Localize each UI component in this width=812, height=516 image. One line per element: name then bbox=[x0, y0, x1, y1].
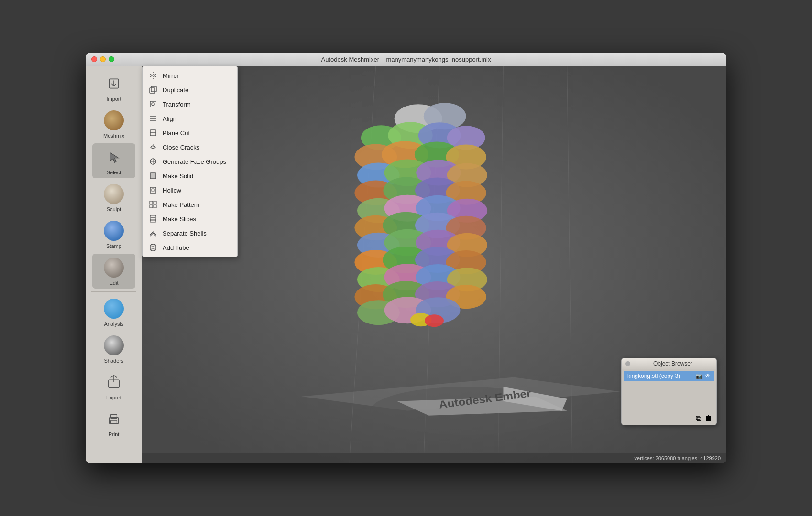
sidebar-item-meshmix-label: Meshmix bbox=[103, 133, 124, 139]
menu-item-transform[interactable]: Transform bbox=[143, 97, 237, 111]
stamp-icon bbox=[103, 220, 125, 242]
svg-rect-21 bbox=[152, 189, 154, 192]
status-text: vertices: 2065080 triangles: 4129920 bbox=[635, 455, 721, 461]
camera-icon: 📷 bbox=[696, 373, 703, 379]
svg-rect-9 bbox=[150, 88, 155, 93]
close-cracks-icon bbox=[148, 142, 158, 152]
sidebar-item-edit-label: Edit bbox=[110, 280, 119, 286]
svg-point-29 bbox=[151, 244, 155, 246]
object-browser-item-icons: 📷 👁 bbox=[696, 373, 711, 379]
sidebar-item-select-label: Select bbox=[107, 170, 121, 175]
object-browser-empty-area bbox=[622, 383, 716, 412]
application-window: Autodesk Meshmixer – manymanymanykongs_n… bbox=[86, 53, 726, 463]
svg-point-30 bbox=[151, 249, 155, 251]
align-icon bbox=[148, 114, 158, 123]
make-solid-icon bbox=[148, 171, 158, 181]
object-browser: Object Browser kingkong.stl (copy 3) 📷 👁… bbox=[621, 358, 717, 425]
shaders-icon bbox=[103, 334, 125, 356]
menu-item-make-pattern[interactable]: Make Pattern bbox=[143, 197, 237, 212]
svg-rect-22 bbox=[150, 201, 153, 204]
duplicate-icon bbox=[148, 85, 158, 95]
sidebar-item-import[interactable]: Import bbox=[92, 70, 135, 105]
eye-icon: 👁 bbox=[705, 373, 711, 379]
menu-item-make-slices-label: Make Slices bbox=[163, 215, 196, 223]
menu-item-separate-shells-label: Separate Shells bbox=[163, 230, 207, 237]
menu-item-mirror[interactable]: Mirror bbox=[143, 68, 237, 83]
object-browser-content: kingkong.stl (copy 3) 📷 👁 bbox=[622, 369, 716, 383]
menu-item-generate-face-groups-label: Generate Face Groups bbox=[163, 158, 226, 165]
sidebar-item-analysis[interactable]: Analysis bbox=[92, 295, 135, 330]
sidebar-item-stamp[interactable]: Stamp bbox=[92, 217, 135, 252]
generate-face-groups-icon bbox=[148, 157, 158, 166]
maximize-button[interactable] bbox=[109, 56, 114, 62]
menu-item-align[interactable]: Align bbox=[143, 111, 237, 126]
make-slices-icon bbox=[148, 214, 158, 224]
object-browser-item-name: kingkong.stl (copy 3) bbox=[627, 373, 680, 379]
minimize-button[interactable] bbox=[100, 56, 106, 62]
svg-rect-26 bbox=[150, 215, 156, 217]
sidebar: Import Meshmix Select bbox=[86, 66, 142, 463]
close-button[interactable] bbox=[91, 56, 97, 62]
menu-item-plane-cut[interactable]: Plane Cut bbox=[143, 126, 237, 140]
sidebar-item-print[interactable]: Print bbox=[92, 405, 135, 440]
menu-item-make-pattern-label: Make Pattern bbox=[163, 201, 199, 208]
svg-rect-10 bbox=[151, 86, 156, 92]
svg-rect-25 bbox=[154, 205, 156, 208]
menu-item-plane-cut-label: Plane Cut bbox=[163, 129, 190, 137]
sidebar-divider bbox=[91, 291, 136, 292]
titlebar: Autodesk Meshmixer – manymanymanykongs_n… bbox=[86, 53, 726, 66]
menu-item-close-cracks[interactable]: Close Cracks bbox=[143, 140, 237, 154]
transform-icon bbox=[148, 99, 158, 109]
svg-rect-20 bbox=[150, 187, 156, 193]
menu-item-add-tube[interactable]: Add Tube bbox=[143, 240, 237, 255]
sculpt-icon bbox=[103, 183, 125, 205]
menu-item-hollow-label: Hollow bbox=[163, 187, 181, 194]
menu-item-separate-shells[interactable]: Separate Shells bbox=[143, 226, 237, 240]
menu-item-duplicate[interactable]: Duplicate bbox=[143, 83, 237, 97]
edit-menu: Mirror Duplicate bbox=[142, 66, 238, 257]
menu-item-align-label: Align bbox=[163, 115, 176, 122]
sidebar-item-sculpt-label: Sculpt bbox=[107, 206, 121, 212]
menu-item-close-cracks-label: Close Cracks bbox=[163, 144, 199, 151]
menu-item-mirror-label: Mirror bbox=[163, 72, 179, 79]
select-icon bbox=[103, 146, 125, 168]
object-browser-close[interactable] bbox=[625, 361, 630, 366]
main-content: Import Meshmix Select bbox=[86, 66, 726, 463]
menu-item-hollow[interactable]: Hollow bbox=[143, 183, 237, 197]
svg-rect-7 bbox=[111, 420, 117, 423]
svg-point-11 bbox=[152, 103, 154, 106]
menu-item-transform-label: Transform bbox=[163, 101, 191, 108]
svg-rect-28 bbox=[150, 220, 156, 222]
object-browser-titlebar: Object Browser bbox=[622, 358, 716, 369]
duplicate-object-icon[interactable]: ⧉ bbox=[696, 414, 701, 423]
svg-marker-2 bbox=[110, 152, 119, 162]
import-icon bbox=[103, 73, 125, 95]
sidebar-item-import-label: Import bbox=[106, 96, 121, 102]
menu-item-duplicate-label: Duplicate bbox=[163, 86, 188, 94]
svg-rect-27 bbox=[150, 218, 156, 220]
status-bar: vertices: 2065080 triangles: 4129920 bbox=[142, 453, 726, 463]
sidebar-item-export[interactable]: Export bbox=[92, 368, 135, 403]
sidebar-item-edit[interactable]: Edit bbox=[92, 254, 135, 289]
traffic-lights bbox=[91, 56, 114, 62]
menu-item-make-solid-label: Make Solid bbox=[163, 172, 193, 180]
print-icon bbox=[103, 408, 125, 430]
sidebar-item-print-label: Print bbox=[109, 431, 120, 437]
svg-rect-23 bbox=[154, 201, 156, 204]
sidebar-item-sculpt[interactable]: Sculpt bbox=[92, 180, 135, 215]
menu-item-make-slices[interactable]: Make Slices bbox=[143, 212, 237, 226]
sidebar-item-select[interactable]: Select bbox=[92, 143, 135, 178]
svg-rect-24 bbox=[150, 205, 153, 208]
svg-point-89 bbox=[425, 314, 444, 327]
sidebar-item-meshmix[interactable]: Meshmix bbox=[92, 107, 135, 141]
plane-cut-icon bbox=[148, 128, 158, 138]
menu-item-make-solid[interactable]: Make Solid bbox=[143, 169, 237, 183]
menu-item-generate-face-groups[interactable]: Generate Face Groups bbox=[143, 154, 237, 169]
separate-shells-icon bbox=[148, 228, 158, 238]
make-pattern-icon bbox=[148, 200, 158, 209]
window-title: Autodesk Meshmixer – manymanymanykongs_n… bbox=[321, 56, 491, 63]
analysis-icon bbox=[103, 298, 125, 320]
object-browser-item[interactable]: kingkong.stl (copy 3) 📷 👁 bbox=[624, 371, 714, 381]
delete-object-icon[interactable]: 🗑 bbox=[705, 414, 713, 423]
sidebar-item-shaders[interactable]: Shaders bbox=[92, 332, 135, 366]
